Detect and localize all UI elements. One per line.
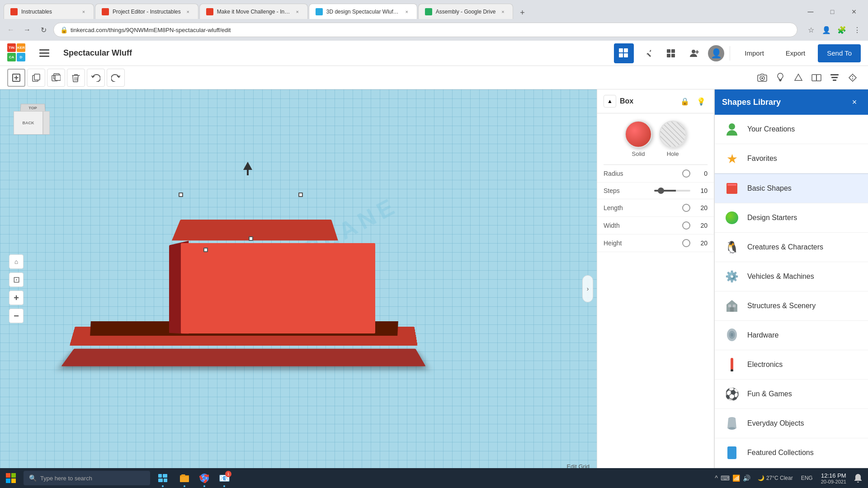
grid-view-button[interactable] [614,43,634,63]
send-to-button[interactable]: Send To [818,44,861,62]
main-content: WORKPLANE [0,89,868,488]
task-view-button[interactable] [154,468,172,488]
add-user-button[interactable] [684,43,704,63]
canvas-area[interactable]: WORKPLANE [0,89,597,488]
align-button[interactable] [826,70,843,86]
creatures-icon: 🐧 [724,239,740,255]
hole-option[interactable]: Hole [659,121,686,157]
export-button[interactable]: Export [777,44,814,62]
chevron-up-tray[interactable]: ^ [715,474,718,482]
address-bar[interactable]: 🔒 tinkercad.com/things/9QNWMmEM8PN-spect… [53,23,797,37]
zoom-out-button[interactable]: − [9,309,24,323]
add-shape-button[interactable] [7,69,25,87]
menu-button[interactable]: ⋮ [851,23,863,36]
home-view-button[interactable]: ⌂ [9,254,24,269]
camera-view-button[interactable] [754,70,770,86]
tab-close-3[interactable]: × [294,8,301,15]
profile-button[interactable]: 👤 [820,23,833,36]
start-button[interactable] [0,468,22,488]
tab-instructables[interactable]: Instructables × [4,4,94,19]
library-item-featured[interactable]: Featured Collections [715,438,868,468]
library-item-vehicles[interactable]: ⚙️ Vehicles & Machines [715,262,868,291]
duplicate-button[interactable] [47,69,65,87]
electronics-icon [724,357,740,373]
network-icon[interactable]: 📶 [732,474,740,482]
svg-rect-52 [180,475,189,476]
lock-icon-button[interactable]: 🔒 [679,95,691,108]
tab-project-editor[interactable]: Project Editor - Instructables × [95,4,198,19]
library-item-everyday[interactable]: Everyday Objects [715,409,868,438]
tinkercad-logo[interactable]: TIN KER CA D [7,43,27,63]
tab-close-2[interactable]: × [184,8,192,15]
library-button[interactable] [661,43,681,63]
taskbar-clock[interactable]: 12:16 PM 20-09-2021 [817,472,850,484]
new-tab-button[interactable]: + [516,6,528,19]
tab-close-4[interactable]: × [403,8,410,15]
file-explorer-button[interactable] [175,468,193,488]
library-item-fun-games[interactable]: ⚽ Fun & Games [715,380,868,409]
fit-view-button[interactable]: ⊡ [9,272,24,287]
undo-button[interactable] [87,69,105,87]
forward-button[interactable]: → [21,23,33,36]
solid-option[interactable]: Solid [625,121,652,157]
tab-close-1[interactable]: × [80,8,87,15]
handle-mr[interactable] [249,236,253,241]
minimize-button[interactable]: ─ [800,5,821,19]
taskbar-search[interactable]: 🔍 Type here to search [24,471,150,485]
library-item-hardware[interactable]: Hardware [715,321,868,350]
shape-outline-button[interactable] [790,70,807,86]
steps-slider[interactable] [654,190,690,192]
library-item-favorites[interactable]: ★ Favorites [715,144,868,174]
width-value: 20 [694,222,708,229]
handle-br[interactable] [203,248,208,252]
extensions-button[interactable]: 🧩 [835,23,848,36]
tab-tinkercad-active[interactable]: 3D design Spectacular Wluff | Ti... × [309,4,417,19]
maximize-button[interactable]: □ [822,5,843,19]
lighting-button[interactable] [772,70,788,86]
view-cube[interactable]: TOP BACK [14,103,50,139]
build-button[interactable] [637,43,657,63]
library-item-creatures[interactable]: 🐧 Creatures & Characters [715,233,868,262]
mirror-button[interactable] [844,70,861,86]
svg-rect-1 [39,52,49,54]
back-button[interactable]: ← [5,23,17,36]
library-item-electronics[interactable]: Electronics [715,350,868,380]
keyboard-icon[interactable]: ⌨ [721,474,730,482]
volume-icon[interactable]: 🔊 [743,474,750,482]
library-item-basic-shapes[interactable]: Basic Shapes [715,174,868,203]
refresh-button[interactable]: ↻ [37,23,50,36]
scroll-right-button[interactable]: › [582,275,593,302]
app-container: TIN KER CA D Spectacular Wluff [0,41,868,488]
import-button[interactable]: Import [736,44,773,62]
chrome-browser-button[interactable] [195,468,213,488]
bookmark-button[interactable]: ☆ [805,23,817,36]
taskbar-weather[interactable]: 🌙 27°C Clear [754,475,797,481]
library-item-structures[interactable]: Structures & Scenery [715,291,868,321]
tab-google-drive[interactable]: Assembly - Google Drive × [418,4,514,19]
handle-tl[interactable] [179,192,183,197]
library-item-your-creations[interactable]: Your Creations [715,115,868,144]
shape-properties-panel: ▲ Box 🔒 💡 Solid Hole Radius [597,89,714,488]
user-avatar[interactable]: 👤 [708,45,724,61]
library-close-button[interactable]: × [848,96,861,108]
menu-icon-button[interactable] [34,43,54,63]
notification-center-button[interactable] [852,472,864,484]
svg-rect-21 [779,80,781,81]
copy-button[interactable] [27,69,45,87]
hole-sphere-icon [659,121,686,148]
language-selector[interactable]: ENG [798,475,816,481]
redo-button[interactable] [107,69,125,87]
panel-collapse-button[interactable]: ▲ [604,95,616,108]
up-arrow-handle[interactable] [243,162,252,175]
group-button[interactable] [808,70,825,86]
close-window-button[interactable]: × [844,5,864,19]
handle-tr[interactable] [298,192,303,197]
zoom-in-button[interactable]: + [9,291,24,305]
lightbulb-icon-button[interactable]: 💡 [695,95,708,108]
tab-make-move[interactable]: Make it Move Challenge - Instru... × [199,4,308,19]
mail-button[interactable]: 📧 1 [215,468,233,488]
svg-rect-28 [247,170,249,175]
library-item-design-starters[interactable]: Design Starters [715,203,868,233]
tab-close-5[interactable]: × [499,8,506,15]
delete-button[interactable] [67,69,85,87]
